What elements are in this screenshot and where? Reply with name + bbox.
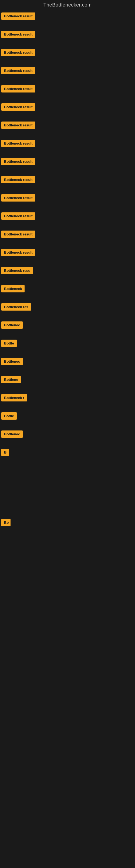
- bottleneck-badge[interactable]: Bottleneck result: [1, 212, 35, 220]
- list-item: Bottle: [1, 412, 135, 426]
- list-item: Bottleneck result: [1, 12, 135, 26]
- bottleneck-badge[interactable]: Bottleneck result: [1, 194, 35, 202]
- bottleneck-badge[interactable]: Bottleneck r: [1, 394, 27, 401]
- site-title: TheBottlenecker.com: [0, 0, 135, 11]
- list-item: Bottleneck result: [1, 194, 135, 208]
- bottleneck-badge[interactable]: Bottleneck result: [1, 31, 35, 38]
- bottleneck-badge[interactable]: Bottleneck res: [1, 303, 31, 311]
- list-item: Bottle: [1, 340, 135, 353]
- list-item: Bottleneck res: [1, 303, 135, 316]
- bottleneck-badge[interactable]: Bottleneck result: [1, 103, 35, 111]
- bottleneck-badge[interactable]: Bottleneck result: [1, 140, 35, 147]
- bottleneck-badge[interactable]: B: [1, 448, 9, 456]
- list-item: B: [1, 448, 135, 462]
- bottleneck-badge[interactable]: Bottleneck result: [1, 122, 35, 129]
- list-item: [1, 576, 135, 584]
- list-item: Bottlenec: [1, 358, 135, 371]
- list-item: Bottlenec: [1, 431, 135, 444]
- bottleneck-badge[interactable]: Bottlene: [1, 376, 21, 383]
- list-item: [1, 563, 135, 571]
- list-item: Bottleneck result: [1, 212, 135, 226]
- bottleneck-badge[interactable]: Bottle: [1, 412, 17, 420]
- list-item: Bottlenec: [1, 321, 135, 335]
- list-item: Bottleneck result: [1, 122, 135, 135]
- list-item: [1, 550, 135, 558]
- bottleneck-badge[interactable]: Bottleneck result: [1, 176, 35, 183]
- bottleneck-badge[interactable]: Bottle: [1, 340, 17, 347]
- bottleneck-badge[interactable]: Bottleneck result: [1, 49, 35, 56]
- bottleneck-badge[interactable]: Bottleneck: [1, 285, 25, 292]
- bottleneck-badge[interactable]: Bottlenec: [1, 321, 23, 329]
- bottleneck-badge[interactable]: Bottleneck result: [1, 158, 35, 165]
- list-item: Bottleneck result: [1, 249, 135, 262]
- list-item: Bottleneck result: [1, 49, 135, 62]
- list-item: Bo: [1, 519, 135, 532]
- bottleneck-badge[interactable]: Bottleneck result: [1, 230, 35, 238]
- bottleneck-badge[interactable]: Bottlenec: [1, 431, 23, 438]
- list-item: Bottleneck result: [1, 85, 135, 98]
- list-item: Bottleneck result: [1, 67, 135, 80]
- list-item: Bottleneck result: [1, 230, 135, 244]
- list-item: Bottleneck result: [1, 158, 135, 171]
- list-item: Bottleneck result: [1, 176, 135, 189]
- items-container: Bottleneck resultBottleneck resultBottle…: [0, 11, 135, 597]
- bottleneck-badge[interactable]: Bottleneck resu: [1, 267, 33, 274]
- list-item: Bottleneck result: [1, 140, 135, 153]
- bottleneck-badge[interactable]: Bo: [1, 519, 10, 526]
- list-item: [1, 589, 135, 597]
- bottleneck-badge[interactable]: Bottlenec: [1, 358, 23, 365]
- list-item: Bottlene: [1, 376, 135, 389]
- bottleneck-badge[interactable]: Bottleneck result: [1, 249, 35, 256]
- list-item: Bottleneck result: [1, 103, 135, 117]
- list-item: Bottleneck result: [1, 31, 135, 44]
- list-item: [1, 480, 135, 488]
- list-item: [1, 506, 135, 514]
- list-item: [1, 493, 135, 501]
- bottleneck-badge[interactable]: Bottleneck result: [1, 85, 35, 93]
- bottleneck-badge[interactable]: Bottleneck result: [1, 12, 35, 20]
- list-item: Bottleneck r: [1, 394, 135, 407]
- bottleneck-badge[interactable]: Bottleneck result: [1, 67, 35, 74]
- list-item: Bottleneck: [1, 285, 135, 299]
- list-item: [1, 537, 135, 545]
- list-item: [1, 467, 135, 475]
- list-item: Bottleneck resu: [1, 267, 135, 280]
